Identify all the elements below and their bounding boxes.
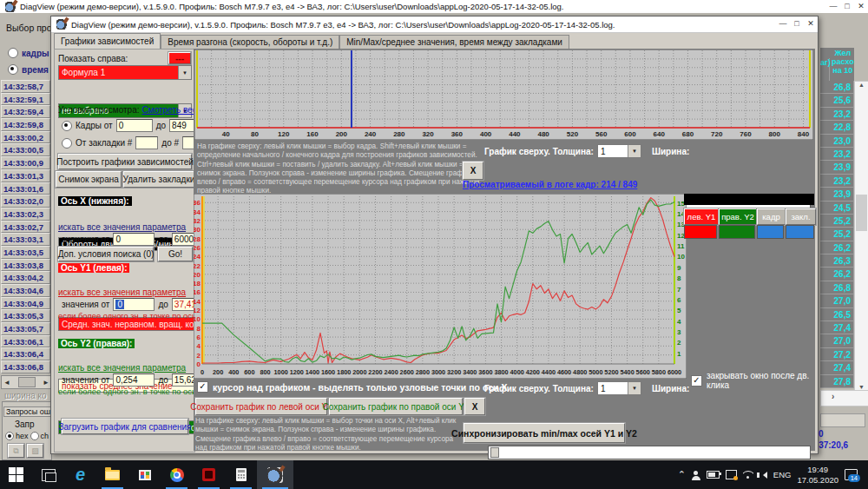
table-row[interactable]: 26,8 bbox=[820, 281, 854, 294]
bottom-width-slider[interactable] bbox=[488, 446, 811, 459]
table-row[interactable]: 23,2 bbox=[820, 148, 854, 161]
table-row[interactable]: 27,8 bbox=[820, 375, 854, 388]
edge-button[interactable]: e bbox=[64, 460, 96, 489]
time-list-hscrollbar[interactable]: ◄ ► bbox=[1, 375, 52, 389]
log-time-row[interactable]: 14:33:06,8 bbox=[1, 360, 50, 373]
diagview-taskbar-button[interactable] bbox=[257, 460, 293, 489]
notification-app-icon[interactable] bbox=[726, 470, 737, 479]
log-time-row[interactable]: 14:33:00,9 bbox=[1, 156, 50, 169]
viewed-frame-link[interactable]: Просматриваемый в логе кадр: 214 / 849 bbox=[463, 180, 637, 189]
log-time-row[interactable]: 14:32:59,1 bbox=[1, 93, 50, 106]
queries-tab[interactable]: Запросы ош bbox=[3, 406, 53, 417]
log-time-row[interactable]: 14:33:02,0 bbox=[1, 195, 50, 208]
bg-radio-frames[interactable]: кадры bbox=[8, 48, 49, 58]
bg-minimize-button[interactable]: — bbox=[826, 2, 840, 12]
table-row[interactable]: 24,5 bbox=[820, 202, 854, 215]
table-row[interactable]: 23,2 bbox=[820, 108, 854, 121]
log-time-row[interactable]: 14:33:03,1 bbox=[1, 233, 50, 246]
chrome-button[interactable] bbox=[161, 460, 193, 489]
close-after-dblclick-checkbox[interactable]: ✓ bbox=[691, 375, 702, 387]
log-time-row[interactable]: 14:32:58,7 bbox=[1, 80, 50, 93]
scroll-left-icon[interactable]: ◄ bbox=[2, 379, 10, 387]
bg-radio-time[interactable]: время bbox=[8, 64, 49, 75]
legend-y2-button[interactable]: прав. Y2 bbox=[719, 208, 757, 225]
dialog-close-button[interactable]: ✕ bbox=[804, 19, 818, 30]
table-row[interactable]: 26,8 bbox=[820, 81, 854, 94]
table-row[interactable]: 26,2 bbox=[820, 241, 854, 254]
table-row[interactable]: 25,2 bbox=[820, 228, 854, 241]
top-thickness-select[interactable]: 1▼ bbox=[597, 144, 641, 158]
bookmarks-range-radio[interactable] bbox=[62, 138, 72, 149]
speaker-icon[interactable] bbox=[760, 472, 767, 479]
log-time-row[interactable]: 14:33:06,1 bbox=[1, 335, 50, 348]
file-explorer-button[interactable] bbox=[96, 460, 128, 489]
frames-range-radio[interactable] bbox=[62, 121, 72, 131]
table-row[interactable]: 27,4 bbox=[820, 361, 854, 374]
tab-minmax-values[interactable]: Min/Max/среднее значения, время между за… bbox=[339, 35, 569, 49]
bg-table-values[interactable]: 26,825,623,222,823,023,223,923,223,924,5… bbox=[820, 81, 854, 388]
save-y2-button[interactable]: Сохранить график по правой оси Y2 bbox=[329, 398, 463, 415]
bg-close-button[interactable]: ✕ bbox=[854, 2, 868, 12]
wifi-icon[interactable] bbox=[743, 471, 753, 479]
frames-from-input[interactable]: 0 bbox=[116, 119, 153, 132]
top-x-button[interactable]: X bbox=[463, 162, 483, 180]
legend-bookmark-button[interactable]: закл. bbox=[786, 208, 816, 225]
paste-icon[interactable]: ▨ bbox=[27, 444, 43, 458]
chevron-down-icon[interactable]: ▼ bbox=[628, 382, 641, 394]
ch-radio[interactable] bbox=[30, 432, 39, 440]
legend-frame-button[interactable]: кадр bbox=[757, 208, 786, 225]
log-time-row[interactable]: 14:33:05,3 bbox=[1, 309, 50, 322]
log-time-row[interactable]: 14:33:04,9 bbox=[1, 297, 50, 310]
log-time-list[interactable]: 14:32:58,714:32:59,114:32:59,414:32:59,8… bbox=[1, 80, 50, 373]
battery-icon[interactable] bbox=[707, 471, 720, 479]
log-time-row[interactable]: 14:32:59,4 bbox=[1, 105, 50, 118]
log-time-row[interactable]: 14:33:04,2 bbox=[1, 271, 50, 284]
table-row[interactable]: 26,5 bbox=[820, 308, 854, 321]
bg-table-hscroll[interactable]: › bbox=[820, 390, 868, 406]
table-row[interactable]: 27,2 bbox=[820, 348, 854, 361]
dependency-chart[interactable]: 0246810121416182022242628303234361234567… bbox=[194, 194, 687, 379]
chevron-down-icon[interactable]: ▼ bbox=[628, 145, 641, 157]
cursor-nodes-checkbox[interactable]: ✓ bbox=[197, 381, 208, 393]
table-row[interactable]: 27,0 bbox=[820, 334, 854, 347]
bg-maximize-button[interactable]: □ bbox=[840, 2, 854, 12]
table-row[interactable]: 23,0 bbox=[820, 135, 854, 148]
start-button[interactable] bbox=[0, 460, 32, 489]
chevron-down-icon[interactable]: ▼ bbox=[178, 66, 191, 79]
scroll-down-icon[interactable]: ▼ bbox=[855, 384, 868, 390]
dialog-maximize-button[interactable]: □ bbox=[790, 19, 804, 30]
log-time-row[interactable]: 14:33:00,5 bbox=[1, 143, 50, 156]
save-y1-button[interactable]: Сохранить график по левой оси Y1 bbox=[195, 398, 327, 415]
delete-bookmarks-button[interactable]: Удалить закладки bbox=[123, 171, 194, 188]
legend-y1-button[interactable]: лев. Y1 bbox=[684, 208, 719, 225]
table-row[interactable]: 26,2 bbox=[820, 268, 854, 281]
sync-minmax-button[interactable]: Синхронизировать min/max осей Y1 и Y2 bbox=[464, 423, 625, 443]
time-radio-icon[interactable] bbox=[8, 64, 18, 75]
language-indicator[interactable]: ENG bbox=[773, 470, 792, 479]
dialog-titlebar[interactable]: DiagView (режим демо-версии), v.1.5.9.0.… bbox=[51, 17, 818, 33]
log-time-row[interactable]: 14:33:00,2 bbox=[1, 131, 50, 144]
x-search-all-link[interactable]: искать все значения параметра bbox=[58, 222, 186, 232]
y1-search-all-link[interactable]: искать все значения параметра bbox=[58, 287, 186, 297]
bookmark-from-input[interactable] bbox=[135, 136, 158, 149]
hscroll-thumb[interactable] bbox=[18, 377, 36, 387]
bg-footer-slider[interactable] bbox=[820, 413, 865, 427]
extra-conditions-button[interactable]: Доп. условия поиска (0) bbox=[58, 247, 154, 261]
bottom-x-button[interactable]: X bbox=[464, 398, 485, 415]
y2-search-all-link[interactable]: искать все значения параметра bbox=[58, 363, 186, 373]
task-view-button[interactable] bbox=[32, 460, 64, 489]
table-row[interactable]: 23,2 bbox=[820, 175, 854, 188]
people-icon[interactable] bbox=[692, 471, 700, 479]
hidden-icons-caret[interactable]: ⌃ bbox=[678, 469, 686, 480]
build-graphs-button[interactable]: Построить графики зависимостей bbox=[58, 154, 192, 169]
legend-swatch[interactable] bbox=[757, 225, 784, 239]
table-row[interactable]: 26,3 bbox=[820, 254, 854, 268]
log-time-row[interactable]: 14:33:05,7 bbox=[1, 322, 50, 335]
legend-swatch[interactable] bbox=[719, 225, 755, 239]
tab-acceleration-time[interactable]: Время разгона (скорость, обороты и т.д.) bbox=[161, 35, 339, 49]
frames-radio-icon[interactable] bbox=[8, 48, 18, 58]
log-time-row[interactable]: 14:33:03,5 bbox=[1, 246, 50, 259]
calculator-button[interactable] bbox=[225, 460, 257, 489]
screenshot-button[interactable]: Снимок экрана bbox=[56, 171, 122, 188]
log-time-row[interactable]: 14:33:01,6 bbox=[1, 182, 50, 195]
